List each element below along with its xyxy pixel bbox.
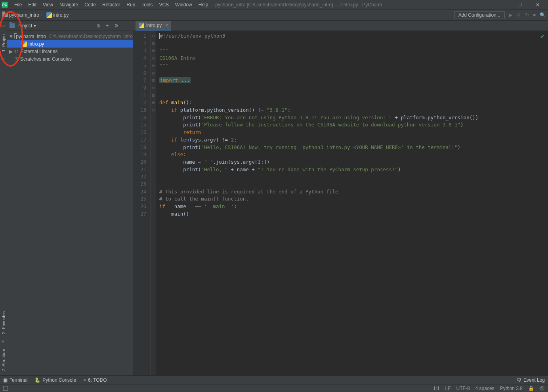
window-title: pycharm_intro [C:\Users\brahm\Desktop\py…: [211, 2, 493, 8]
status-interpreter[interactable]: Python 3.8: [500, 386, 523, 391]
menu-refactor[interactable]: Refactor: [99, 0, 123, 10]
menu-window[interactable]: Window: [172, 0, 195, 10]
star-icon: ★: [1, 338, 6, 344]
stop-icon[interactable]: ■: [533, 12, 536, 18]
add-configuration-button[interactable]: Add Configuration...: [454, 11, 505, 19]
status-indent[interactable]: 4 spaces: [475, 386, 495, 391]
minimize-button[interactable]: —: [493, 0, 511, 10]
tree-file-intro[interactable]: intro.py: [7, 40, 133, 48]
python-icon: 🐍: [34, 377, 40, 383]
tool-event-log[interactable]: 🗨Event Log: [517, 377, 545, 383]
expand-arrow-icon[interactable]: ▼: [9, 34, 13, 39]
locate-icon[interactable]: ⊕: [95, 23, 102, 29]
left-tab-structure[interactable]: 7: Structure: [1, 349, 6, 371]
tool-python-console[interactable]: 🐍Python Console: [34, 377, 76, 383]
line-number-gutter: 1234567911121314151617181920212223242526…: [133, 31, 151, 384]
event-log-icon: 🗨: [517, 377, 521, 383]
menu-navigate[interactable]: Navigate: [56, 0, 81, 10]
tool-todo[interactable]: ≡6: TODO: [83, 377, 107, 383]
menu-code[interactable]: Code: [81, 0, 99, 10]
collapse-icon[interactable]: ÷: [104, 23, 110, 29]
scratches-icon: ◳: [14, 56, 19, 62]
library-icon: ⫾⫾: [14, 49, 19, 54]
code-content[interactable]: #!/usr/bin/env python3 """ CS106A Intro …: [156, 31, 548, 384]
maximize-button[interactable]: ☐: [511, 0, 529, 10]
folder-strip-icon: ▭: [1, 56, 6, 62]
menu-view[interactable]: View: [40, 0, 56, 10]
readonly-lock-icon[interactable]: 🔒: [528, 386, 534, 391]
tree-root[interactable]: ▼ pycharm_intro C:\Users\brahm\Desktop\p…: [7, 33, 133, 40]
editor-tab-intro[interactable]: intro.py ×: [136, 21, 171, 31]
inspection-ok-icon[interactable]: ✔: [540, 33, 545, 40]
code-editor[interactable]: 1234567911121314151617181920212223242526…: [133, 31, 548, 384]
menu-file[interactable]: File: [11, 0, 25, 10]
left-tab-project[interactable]: 1: Project: [1, 33, 6, 52]
status-caret[interactable]: 1:1: [433, 386, 440, 391]
tree-external-libs[interactable]: ▶ ⫾⫾ External Libraries: [7, 48, 133, 55]
menu-tools[interactable]: Tools: [138, 0, 156, 10]
breadcrumb-project[interactable]: pycharm_intro: [9, 12, 39, 18]
left-tab-favorites[interactable]: 2: Favorites: [1, 311, 6, 334]
close-tab-icon[interactable]: ×: [164, 23, 168, 28]
menu-run[interactable]: Run: [123, 0, 138, 10]
project-tool-window: Project ▾ ⊕ ÷ ⚙ — ▼ pycharm_intro C:\Use…: [7, 21, 133, 384]
project-strip-icon: ▭: [1, 23, 6, 29]
todo-icon: ≡: [83, 377, 86, 383]
tree-scratches[interactable]: ◳ Scratches and Consoles: [7, 55, 133, 63]
project-view-title[interactable]: Project ▾: [17, 23, 92, 29]
python-file-icon: [139, 23, 144, 28]
app-icon: PC: [2, 2, 8, 8]
breadcrumb-file[interactable]: intro.py: [53, 12, 69, 18]
menu-help[interactable]: Help: [195, 0, 212, 10]
project-view-icon: [10, 23, 15, 28]
main-menu: File Edit View Navigate Code Refactor Ru…: [11, 0, 211, 10]
folder-icon: [2, 13, 8, 17]
breadcrumb: pycharm_intro 〉 intro.py: [2, 11, 69, 18]
python-file-icon: [21, 41, 27, 47]
ide-fatal-icon[interactable]: ☹: [540, 386, 545, 391]
settings-icon[interactable]: ⚙: [113, 23, 120, 29]
debug-icon[interactable]: ⛭: [516, 12, 521, 18]
status-line-ending[interactable]: LF: [445, 386, 451, 391]
menu-edit[interactable]: Edit: [25, 0, 40, 10]
run-icon[interactable]: ▶: [509, 12, 512, 18]
terminal-icon: ▣: [3, 377, 8, 383]
chevron-right-icon: 〉: [40, 11, 45, 18]
fold-gutter[interactable]: ⊟⊟⊞⊟⊟⊟⊟⊟⊟⊟⊟: [151, 31, 156, 384]
project-tree: ▼ pycharm_intro C:\Users\brahm\Desktop\p…: [7, 31, 133, 64]
status-encoding[interactable]: UTF-8: [456, 386, 470, 391]
expand-arrow-icon[interactable]: ▶: [9, 49, 13, 54]
status-toolwindows-icon[interactable]: [3, 386, 8, 391]
menu-vcs[interactable]: VCS: [156, 0, 172, 10]
tab-label: intro.py: [146, 23, 162, 28]
coverage-icon[interactable]: ↻: [525, 12, 529, 18]
hide-icon[interactable]: —: [122, 23, 130, 29]
close-button[interactable]: ✕: [529, 0, 546, 10]
tool-terminal[interactable]: ▣Terminal: [3, 377, 27, 383]
python-file-icon: [46, 12, 52, 18]
search-icon[interactable]: 🔍: [540, 12, 546, 18]
